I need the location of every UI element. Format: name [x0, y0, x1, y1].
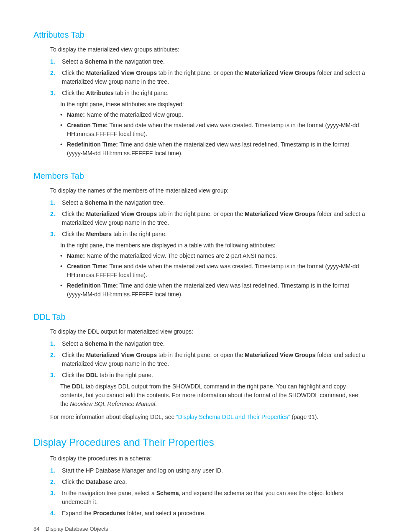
step-content: In the navigation tree pane, select a Sc… — [62, 489, 366, 506]
members-sub-intro: In the right pane, the members are displ… — [60, 241, 366, 250]
step-number: 3. — [50, 489, 60, 498]
step-number: 1. — [50, 339, 60, 348]
list-item: 2. Click the Database area. — [50, 478, 366, 486]
list-item: 3. Click the Attributes tab in the right… — [50, 89, 366, 98]
step-number: 4. — [50, 509, 60, 518]
list-item: 1. Select a Schema in the navigation tre… — [50, 339, 366, 348]
list-item: Creation Time: Time and date when the ma… — [60, 121, 366, 139]
display-procedures-steps: 1. Start the HP Database Manager and log… — [50, 466, 366, 518]
step-content: Click the Materialized View Groups tab i… — [62, 69, 366, 86]
step-number: 1. — [50, 466, 60, 475]
step-content: Click the Materialized View Groups tab i… — [62, 351, 366, 368]
footer-page-number: 84 — [33, 526, 39, 532]
step-content: Select a Schema in the navigation tree. — [62, 198, 366, 207]
step-number: 3. — [50, 89, 60, 98]
footer: 84 Display Database Objects — [33, 525, 108, 532]
members-sub-section: In the right pane, the members are displ… — [60, 241, 366, 299]
ddl-more-info: For more information about displaying DD… — [50, 413, 366, 421]
attributes-bullets: Name: Name of the materialized view grou… — [60, 111, 366, 158]
step-content: Click the DDL tab in the right pane. — [62, 371, 366, 380]
list-item: Name: Name of the materialized view. The… — [60, 252, 366, 260]
list-item: 3. Click the DDL tab in the right pane. — [50, 371, 366, 380]
list-item: Redefinition Time: Time and date when th… — [60, 140, 366, 158]
list-item: 1. Start the HP Database Manager and log… — [50, 466, 366, 475]
step-number: 2. — [50, 351, 60, 360]
step-content: Select a Schema in the navigation tree. — [62, 57, 366, 66]
members-tab-steps: 1. Select a Schema in the navigation tre… — [50, 198, 366, 239]
step-number: 3. — [50, 230, 60, 239]
display-procedures-heading: Display Procedures and Their Properties — [33, 435, 366, 450]
ddl-tab-heading: DDL Tab — [33, 311, 366, 323]
list-item: Name: Name of the materialized view grou… — [60, 111, 366, 119]
ddl-sub-section: The DDL tab displays DDL output from the… — [60, 382, 366, 409]
ddl-link[interactable]: “Display Schema DDL and Their Properties… — [176, 414, 290, 420]
step-number: 3. — [50, 371, 60, 380]
list-item: 3. Click the Members tab in the right pa… — [50, 230, 366, 239]
members-bullets: Name: Name of the materialized view. The… — [60, 252, 366, 299]
step-content: Click the Attributes tab in the right pa… — [62, 89, 366, 98]
ddl-tab-intro: To display the DDL output for materializ… — [50, 327, 366, 336]
ddl-tab-steps: 1. Select a Schema in the navigation tre… — [50, 339, 366, 380]
attributes-sub-intro: In the right pane, these attributes are … — [60, 100, 366, 109]
step-content: Select a Schema in the navigation tree. — [62, 339, 366, 348]
footer-text: Display Database Objects — [46, 526, 108, 532]
list-item: 3. In the navigation tree pane, select a… — [50, 489, 366, 506]
step-content: Start the HP Database Manager and log on… — [62, 466, 366, 475]
attributes-tab-heading: Attributes Tab — [33, 28, 366, 41]
step-content: Click the Members tab in the right pane. — [62, 230, 366, 239]
list-item: 4. Expand the Procedures folder, and sel… — [50, 509, 366, 518]
attributes-sub-section: In the right pane, these attributes are … — [60, 100, 366, 158]
list-item: 2. Click the Materialized View Groups ta… — [50, 351, 366, 368]
step-content: Expand the Procedures folder, and select… — [62, 509, 366, 518]
page-content: Attributes Tab To display the materializ… — [0, 0, 399, 532]
list-item: 2. Click the Materialized View Groups ta… — [50, 210, 366, 227]
attributes-tab-intro: To display the materialized view groups … — [50, 45, 366, 54]
attributes-tab-steps: 1. Select a Schema in the navigation tre… — [50, 57, 366, 98]
list-item: 2. Click the Materialized View Groups ta… — [50, 69, 366, 86]
step-number: 1. — [50, 57, 60, 66]
list-item: Creation Time: Time and date when the ma… — [60, 262, 366, 280]
step-number: 2. — [50, 478, 60, 486]
list-item: 1. Select a Schema in the navigation tre… — [50, 57, 366, 66]
members-tab-intro: To display the names of the members of t… — [50, 186, 366, 195]
step-number: 1. — [50, 198, 60, 207]
step-content: Click the Materialized View Groups tab i… — [62, 210, 366, 227]
ddl-sub-paragraph: The DDL tab displays DDL output from the… — [60, 382, 366, 409]
list-item: 1. Select a Schema in the navigation tre… — [50, 198, 366, 207]
members-tab-heading: Members Tab — [33, 170, 366, 182]
display-procedures-intro: To display the procedures in a schema: — [50, 454, 366, 463]
step-number: 2. — [50, 69, 60, 77]
step-number: 2. — [50, 210, 60, 218]
list-item: Redefinition Time: Time and date when th… — [60, 281, 366, 299]
step-content: Click the Database area. — [62, 478, 366, 486]
